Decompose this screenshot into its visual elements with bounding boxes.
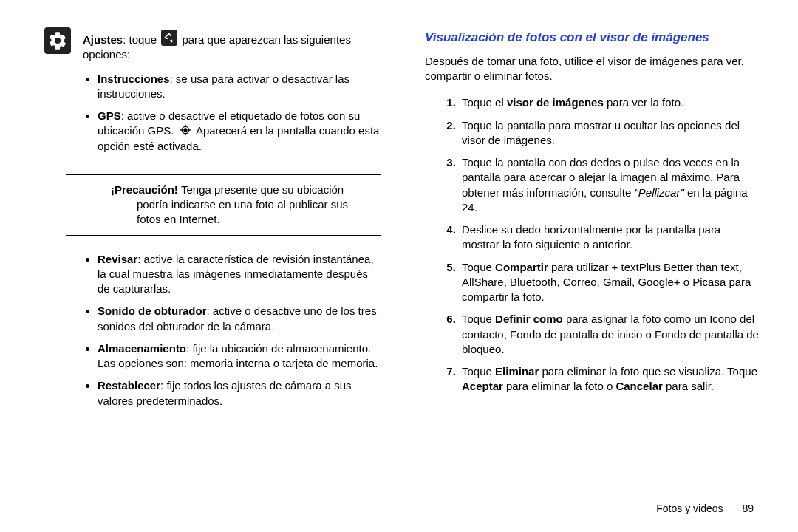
footer-page-number: 89 [742, 502, 754, 514]
bullet-instrucciones: Instrucciones: se usa para activar o des… [98, 72, 381, 102]
intro-paragraph: Después de tomar una foto, utilice el vi… [425, 54, 761, 84]
step-2: Toque la pantalla para mostrar u ocultar… [459, 118, 761, 149]
bullet-almacenamiento: Almacenamiento: fije la ubicación de alm… [98, 341, 381, 372]
step-3: Toque la pantalla con dos dedos o pulse … [459, 155, 761, 215]
ajustes-row: Ajustes: toque para que aparezcan las si… [44, 30, 381, 63]
ajustes-label: Ajustes [83, 33, 123, 46]
bullet-restablecer: Restablecer: fije todos los ajustes de c… [98, 378, 381, 409]
step-7: Toque Eliminar para eliminar la foto que… [459, 364, 761, 395]
section-title: Visualización de fotos con el visor de i… [425, 30, 761, 47]
steps-list: Toque el visor de imágenes para ver la f… [425, 95, 761, 401]
step-4: Deslice su dedo horizontalmente por la p… [459, 222, 761, 253]
location-icon [179, 123, 192, 137]
settings-bullets-2: Revisar: active la característica de rev… [44, 252, 381, 416]
footer-section: Fotos y videos [656, 502, 723, 514]
gear-icon [44, 27, 71, 54]
step-6: Toque Definir como para asignar la foto … [459, 312, 761, 357]
bullet-sonido: Sonido de obturador: active o desactive … [98, 304, 381, 334]
settings-bullets-1: Instrucciones: se usa para activar o des… [44, 72, 381, 161]
ajustes-text: Ajustes: toque para que aparezcan las si… [83, 30, 381, 63]
bullet-revisar: Revisar: active la característica de rev… [98, 252, 381, 297]
caution-label: ¡Precaución! [111, 183, 181, 196]
step-5: Toque Compartir para utilizar + textPlus… [459, 260, 761, 305]
caution-box: ¡Precaución! Tenga presente que su ubica… [66, 174, 381, 236]
bullet-gps: GPS: active o desactive el etiquetado de… [98, 109, 381, 154]
page-footer: Fotos y videos 89 [656, 502, 754, 516]
svg-point-0 [183, 129, 187, 132]
step-1: Toque el visor de imágenes para ver la f… [459, 95, 761, 110]
wrench-icon [161, 30, 177, 46]
